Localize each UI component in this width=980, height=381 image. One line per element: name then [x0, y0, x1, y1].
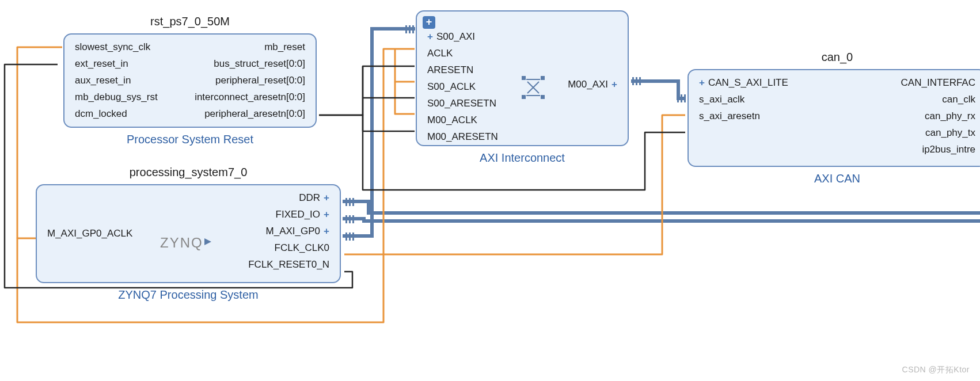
ps7-typename: ZYNQ7 Processing System — [37, 288, 340, 302]
svg-rect-17 — [684, 94, 686, 102]
can-instname: can_0 — [689, 51, 980, 64]
port-can-s-axi-lite: +CAN_S_AXI_LITE — [699, 77, 788, 89]
svg-rect-15 — [677, 94, 679, 102]
svg-rect-5 — [352, 215, 354, 223]
can-typename: AXI CAN — [689, 172, 980, 185]
can-right-ports: CAN_INTERFAC can_clk can_phy_rx can_phy_… — [901, 77, 975, 159]
svg-rect-1 — [349, 198, 351, 206]
rst-left-ports: slowest_sync_clk ext_reset_in aux_reset_… — [75, 41, 158, 120]
svg-rect-4 — [349, 215, 351, 223]
svg-rect-0 — [345, 198, 347, 206]
port-aux-reset-in: aux_reset_in — [75, 75, 158, 86]
axi-left-ports: +S00_AXI ACLK ARESETN S00_ACLK S00_ARESE… — [427, 31, 498, 138]
port-s00-aresetn: S00_ARESETN — [427, 98, 498, 109]
port-can-clk: can_clk — [942, 94, 975, 105]
svg-rect-19 — [541, 76, 545, 80]
port-s00-aclk: S00_ACLK — [427, 81, 498, 93]
port-bus-struct-reset: bus_struct_reset[0:0] — [214, 58, 305, 70]
port-can-phy-rx: can_phy_rx — [925, 111, 975, 122]
svg-rect-21 — [541, 95, 545, 99]
rst-instname: rst_ps7_0_50M — [64, 15, 316, 28]
ps7-right-ports: DDR+ FIXED_IO+ M_AXI_GP0+ FCLK_CLK0 FCLK… — [248, 192, 329, 275]
svg-rect-11 — [412, 25, 414, 33]
block-processing-system7-0[interactable]: processing_system7_0 ZYNQ7 Processing Sy… — [36, 184, 341, 283]
port-can-phy-tx: can_phy_tx — [925, 127, 975, 139]
rst-typename: Processor System Reset — [64, 133, 316, 146]
block-axi-interconnect[interactable]: AXI Interconnect + +S00_AXI ACLK ARESETN… — [416, 10, 629, 146]
svg-rect-7 — [349, 233, 351, 241]
port-m-axi-gp0: M_AXI_GP0+ — [266, 226, 329, 237]
svg-rect-20 — [522, 95, 526, 99]
port-mb-reset: mb_reset — [264, 41, 305, 53]
svg-rect-18 — [522, 76, 526, 80]
crossbar-icon — [519, 74, 547, 101]
port-peripheral-aresetn: peripheral_aresetn[0:0] — [204, 108, 305, 120]
svg-rect-12 — [632, 77, 634, 85]
rst-right-ports: mb_reset bus_struct_reset[0:0] periphera… — [195, 41, 305, 120]
port-fixed-io: FIXED_IO+ — [276, 209, 329, 220]
svg-rect-9 — [405, 25, 407, 33]
port-m-axi-gp0-aclk: M_AXI_GP0_ACLK — [47, 228, 132, 239]
port-mb-debug-sys-rst: mb_debug_sys_rst — [75, 92, 158, 103]
port-interconnect-aresetn: interconnect_aresetn[0:0] — [195, 92, 305, 103]
svg-rect-14 — [639, 77, 641, 85]
port-peripheral-reset: peripheral_reset[0:0] — [215, 75, 305, 86]
port-m00-axi: M00_AXI+ — [568, 79, 617, 90]
port-s00-axi: +S00_AXI — [427, 31, 498, 43]
block-rst-ps7-0-50m[interactable]: rst_ps7_0_50M Processor System Reset slo… — [63, 33, 317, 128]
port-fclk-reset0-n: FCLK_RESET0_N — [248, 259, 329, 270]
svg-rect-8 — [352, 233, 354, 241]
port-m00-aresetn: M00_ARESETN — [427, 131, 498, 143]
zynq-logo-text: ZYNQ — [160, 235, 203, 250]
port-ip2bus-intre: ip2bus_intre — [922, 144, 975, 155]
can-left-ports: +CAN_S_AXI_LITE s_axi_aclk s_axi_aresetn — [699, 77, 788, 159]
zynq-logo: ZYNQ — [160, 235, 211, 251]
port-slowest-sync-clk: slowest_sync_clk — [75, 41, 158, 53]
expand-icon[interactable]: + — [423, 16, 435, 29]
port-fclk-clk0: FCLK_CLK0 — [275, 242, 329, 254]
port-ext-reset-in: ext_reset_in — [75, 58, 158, 70]
axi-typename: AXI Interconnect — [417, 151, 628, 165]
svg-rect-2 — [352, 198, 354, 206]
port-aresetn: ARESETN — [427, 64, 498, 76]
svg-rect-3 — [345, 215, 347, 223]
port-can-interface: CAN_INTERFAC — [901, 77, 975, 89]
axi-right-ports: M00_AXI+ — [568, 31, 617, 138]
port-s-axi-aclk: s_axi_aclk — [699, 94, 788, 105]
port-ddr: DDR+ — [299, 192, 329, 204]
ps7-instname: processing_system7_0 — [37, 166, 340, 179]
watermark: CSDN @开拓Ktor — [902, 365, 970, 375]
svg-rect-6 — [345, 233, 347, 241]
svg-rect-13 — [636, 77, 637, 85]
port-m00-aclk: M00_ACLK — [427, 115, 498, 126]
port-dcm-locked: dcm_locked — [75, 108, 158, 120]
block-can-0[interactable]: can_0 AXI CAN +CAN_S_AXI_LITE s_axi_aclk… — [687, 69, 980, 167]
svg-rect-16 — [681, 94, 682, 102]
port-aclk: ACLK — [427, 48, 498, 59]
svg-rect-10 — [409, 25, 411, 33]
port-s-axi-aresetn: s_axi_aresetn — [699, 111, 788, 122]
ps7-left-ports: M_AXI_GP0_ACLK — [47, 192, 132, 275]
